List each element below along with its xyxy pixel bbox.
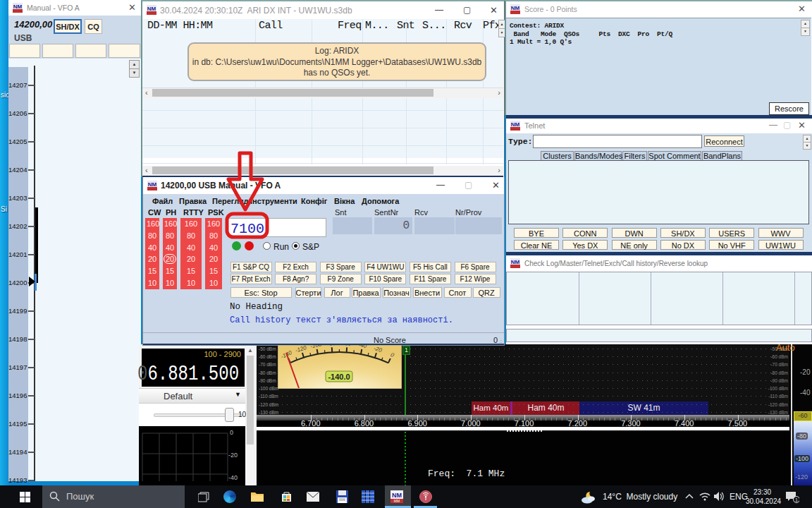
svg-text:NM: NM <box>147 6 156 12</box>
svg-text:-140.0: -140.0 <box>328 373 350 381</box>
svg-text:NM: NM <box>511 121 520 128</box>
svg-text:NM: NM <box>392 492 402 499</box>
svg-text:MM: MM <box>394 499 400 503</box>
svg-text:NM: NM <box>511 259 520 265</box>
svg-text:1: 1 <box>795 497 798 502</box>
svg-text:NM: NM <box>13 4 23 10</box>
svg-text:NM: NM <box>511 5 520 11</box>
svg-text:NM: NM <box>148 181 157 188</box>
